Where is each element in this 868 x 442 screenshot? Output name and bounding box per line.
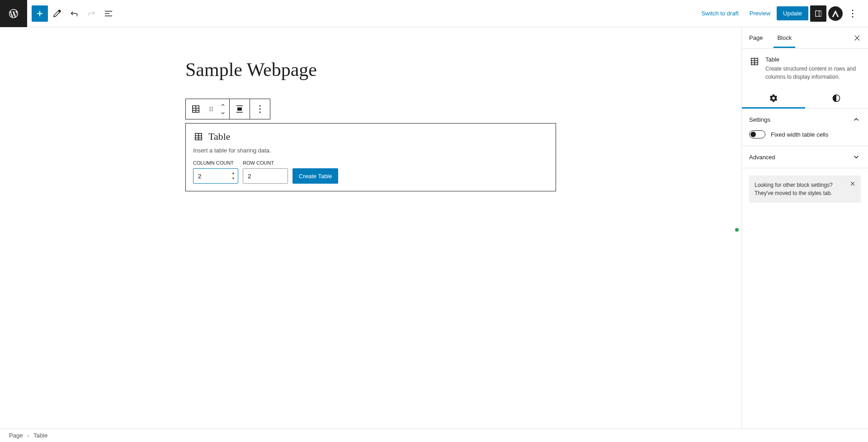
more-vertical-icon xyxy=(847,8,858,19)
svg-point-2 xyxy=(852,16,854,17)
notice-text: Looking for other block settings? They'v… xyxy=(755,182,833,196)
align-button[interactable] xyxy=(230,99,250,119)
advanced-section-toggle[interactable]: Advanced xyxy=(742,146,868,168)
redo-icon xyxy=(86,8,97,19)
block-placeholder-desc: Insert a table for sharing data. xyxy=(193,147,548,154)
fixed-width-toggle-label: Fixed width table cells xyxy=(771,131,828,138)
svg-point-11 xyxy=(259,112,261,113)
table-block-placeholder: Table Insert a table for sharing data. C… xyxy=(185,123,556,191)
svg-point-0 xyxy=(852,10,854,11)
dismiss-notice-button[interactable] xyxy=(848,179,857,188)
breadcrumb-current[interactable]: Table xyxy=(33,432,47,439)
styles-subtab[interactable] xyxy=(805,88,868,108)
more-vertical-icon xyxy=(255,104,265,114)
table-icon xyxy=(749,56,760,67)
status-indicator xyxy=(735,228,739,232)
switch-to-draft-button[interactable]: Switch to draft xyxy=(697,7,743,19)
sidebar-block-desc: Create structured content in rows and co… xyxy=(765,65,861,81)
column-count-increment[interactable]: ▲ xyxy=(230,170,236,176)
create-table-button[interactable]: Create Table xyxy=(292,168,338,184)
page-title[interactable]: Sample Webpage xyxy=(185,59,556,81)
block-type-button[interactable] xyxy=(186,99,206,119)
settings-panel-toggle[interactable] xyxy=(810,5,826,22)
svg-point-9 xyxy=(259,105,261,107)
svg-point-1 xyxy=(852,13,854,14)
update-button[interactable]: Update xyxy=(777,6,808,20)
preview-button[interactable]: Preview xyxy=(745,7,775,19)
chevron-down-icon xyxy=(220,110,226,116)
advanced-section-label: Advanced xyxy=(749,154,775,161)
styles-moved-notice: Looking for other block settings? They'v… xyxy=(749,176,861,203)
svg-point-7 xyxy=(210,110,211,111)
settings-subtab[interactable] xyxy=(742,88,805,108)
settings-sidebar: Page Block Table Create structured conte… xyxy=(741,27,868,428)
tab-page[interactable]: Page xyxy=(742,28,770,48)
wordpress-logo-button[interactable] xyxy=(0,0,27,27)
row-count-label: ROW COUNT xyxy=(243,160,288,166)
redo-button[interactable] xyxy=(83,5,99,22)
row-count-input[interactable] xyxy=(243,168,288,184)
top-toolbar: Switch to draft Preview Update xyxy=(0,0,868,27)
chevron-right-icon: › xyxy=(27,433,29,438)
chevron-up-icon xyxy=(852,115,861,124)
move-down-button[interactable] xyxy=(217,109,229,117)
close-icon xyxy=(849,181,856,187)
column-count-decrement[interactable]: ▼ xyxy=(230,176,236,181)
block-options-button[interactable] xyxy=(250,99,270,119)
theme-button[interactable] xyxy=(828,6,843,21)
add-block-button[interactable] xyxy=(32,5,48,22)
svg-point-8 xyxy=(212,110,212,111)
settings-section-label: Settings xyxy=(749,116,770,123)
pencil-icon xyxy=(52,8,62,19)
tab-block[interactable]: Block xyxy=(770,28,799,48)
tools-button[interactable] xyxy=(49,5,65,22)
styles-icon xyxy=(832,94,841,103)
close-icon xyxy=(853,34,861,42)
plus-icon xyxy=(34,8,45,19)
chevron-down-icon xyxy=(852,152,861,162)
options-button[interactable] xyxy=(844,5,861,22)
undo-button[interactable] xyxy=(66,5,82,22)
drag-handle[interactable] xyxy=(206,99,217,119)
chevron-up-icon xyxy=(220,102,226,108)
settings-section-toggle[interactable]: Settings xyxy=(742,109,868,130)
move-up-button[interactable] xyxy=(217,101,229,109)
breadcrumb-root[interactable]: Page xyxy=(9,432,23,439)
wordpress-icon xyxy=(8,8,19,19)
svg-point-5 xyxy=(210,109,211,109)
table-icon xyxy=(190,104,201,114)
list-view-icon xyxy=(103,8,114,19)
sidebar-block-name: Table xyxy=(765,56,861,63)
breadcrumb: Page › Table xyxy=(0,428,868,442)
block-placeholder-title: Table xyxy=(208,131,231,143)
editor-canvas[interactable]: Sample Webpage xyxy=(0,27,741,428)
undo-icon xyxy=(69,8,80,19)
sidebar-icon xyxy=(814,9,823,18)
svg-point-6 xyxy=(212,109,212,109)
gear-icon xyxy=(769,94,778,103)
close-sidebar-button[interactable] xyxy=(848,29,866,47)
svg-point-10 xyxy=(259,109,261,110)
document-overview-button[interactable] xyxy=(100,5,117,22)
svg-point-3 xyxy=(210,107,211,108)
block-toolbar xyxy=(185,99,270,119)
align-icon xyxy=(234,104,245,114)
drag-icon xyxy=(207,105,215,113)
astra-icon xyxy=(831,10,840,18)
fixed-width-toggle[interactable] xyxy=(749,130,765,138)
svg-point-4 xyxy=(212,107,212,108)
column-count-label: COLUMN COUNT xyxy=(193,160,238,166)
table-icon xyxy=(193,131,204,142)
